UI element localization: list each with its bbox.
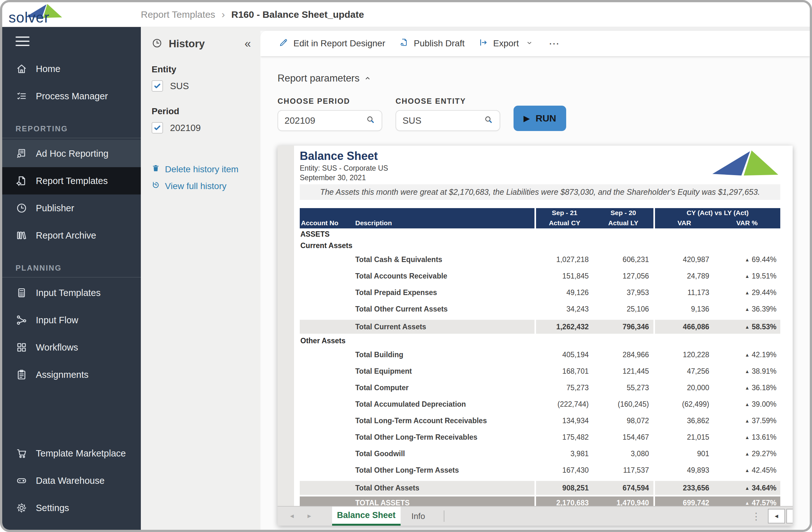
- doc-gear-icon: [16, 175, 28, 187]
- sidebar-section-planning: PLANNING: [2, 249, 141, 277]
- period-history-item: 202109: [151, 122, 260, 133]
- row-description: Total Other Current Assets: [355, 305, 535, 313]
- more-options-button[interactable]: ⋯: [549, 37, 560, 50]
- run-button[interactable]: ▶ RUN: [513, 106, 566, 131]
- sidebar-item-home[interactable]: Home: [2, 55, 141, 83]
- sidebar-item-input-flow[interactable]: Input Flow: [2, 306, 141, 334]
- entity-value: SUS: [170, 81, 189, 91]
- cell-actual-ly: 606,231: [593, 255, 653, 264]
- cell-var-pct: ▲29.27%: [714, 449, 780, 458]
- breadcrumb-parent[interactable]: Report Templates: [141, 9, 215, 20]
- sidebar-item-workflows[interactable]: Workflows: [2, 334, 141, 361]
- row-description: Total Prepaid Expenses: [355, 288, 535, 297]
- row-description: Total Other Long-Term Receivables: [355, 433, 535, 442]
- row-description: TOTAL ASSETS: [355, 499, 535, 506]
- up-arrow-icon: ▲: [745, 353, 750, 357]
- up-arrow-icon: ▲: [745, 274, 750, 278]
- view-full-history-link[interactable]: View full history: [151, 181, 260, 191]
- table-row-total-other-current-assets: +Total Other Current Assets34,24325,1069…: [300, 301, 780, 317]
- history-panel: History « Entity SUS Period 202109 Delet…: [141, 27, 260, 530]
- sidebar-item-input-templates[interactable]: Input Templates: [2, 279, 141, 306]
- gear-icon: [16, 502, 28, 514]
- report-summary-text: The Assets this month were great at $2,1…: [300, 184, 780, 200]
- publish-document-icon: [399, 38, 408, 49]
- col-var-pct: VAR %: [714, 219, 780, 227]
- sheet-prev-icon[interactable]: ◄: [289, 513, 295, 520]
- section-label: Other Assets: [300, 336, 345, 345]
- cell-actual-ly: 1,470,940: [593, 499, 653, 506]
- total-row-total-assets: TOTAL ASSETS2,170,6831,470,940699,742▲47…: [300, 497, 780, 506]
- history-restore-icon: [151, 181, 160, 191]
- cell-var-pct: ▲29.44%: [714, 288, 780, 297]
- publish-draft-button[interactable]: Publish Draft: [399, 38, 464, 49]
- play-icon: ▶: [524, 114, 530, 124]
- sidebar-item-publisher[interactable]: Publisher: [2, 195, 141, 222]
- table-row-total-accumulated-depreciation: +Total Accumulated Depreciation(222,744)…: [300, 396, 780, 413]
- page-title: R160 - Balance Sheet_update: [231, 9, 364, 20]
- delete-history-link[interactable]: Delete history item: [151, 164, 260, 174]
- cell-actual-ly: 25,106: [593, 305, 653, 313]
- sidebar-item-data-warehouse[interactable]: Data Warehouse: [2, 467, 141, 494]
- sheet-scroll-left-button[interactable]: ◄: [768, 509, 785, 523]
- sheet-next-icon[interactable]: ►: [306, 513, 313, 520]
- report-logo-icon: [712, 149, 779, 178]
- subtotal-row-total-current-assets: Total Current Assets1,262,432796,346466,…: [300, 320, 780, 334]
- sheet-options-dots-icon[interactable]: ⋮: [751, 511, 761, 522]
- chevron-up-icon: [364, 73, 371, 84]
- cell-var-pct: ▲34.64%: [714, 484, 780, 492]
- sidebar-item-settings[interactable]: Settings: [2, 494, 141, 521]
- period-value: 202109: [170, 123, 201, 133]
- period-checkbox[interactable]: [151, 122, 163, 133]
- col-actual-cy: Actual CY: [536, 219, 593, 227]
- cell-var-pct: ▲39.00%: [714, 400, 780, 408]
- cell-actual-ly: 796,346: [593, 322, 653, 331]
- period-input[interactable]: 202109: [277, 110, 382, 131]
- sidebar-item-report-templates[interactable]: Report Templates: [2, 167, 141, 195]
- table-body: ASSETSCurrent Assets+Total Cash & Equiva…: [300, 228, 780, 506]
- cell-var: 901: [655, 449, 714, 458]
- report-parameters-toggle[interactable]: Report parameters: [277, 73, 810, 84]
- col-var: VAR: [655, 219, 714, 227]
- cell-actual-ly: 37,953: [593, 288, 653, 297]
- cell-actual-cy: 908,251: [536, 484, 593, 492]
- entity-checkbox[interactable]: [151, 80, 163, 92]
- sheet-scroll-right-button[interactable]: [786, 509, 793, 523]
- cell-actual-cy: 3,981: [536, 449, 593, 458]
- sidebar-item-assignments[interactable]: Assignments: [2, 361, 141, 388]
- sidebar-item-report-archive[interactable]: Report Archive: [2, 222, 141, 249]
- sidebar-item-ad-hoc-reporting[interactable]: Ad Hoc Reporting: [2, 140, 141, 167]
- cell-actual-cy: 175,482: [536, 433, 593, 442]
- up-arrow-icon: ▲: [745, 369, 750, 374]
- cell-actual-cy: 1,262,432: [536, 322, 593, 331]
- collapse-panel-icon[interactable]: «: [245, 39, 251, 48]
- edit-in-report-designer-button[interactable]: Edit in Report Designer: [279, 38, 385, 49]
- export-button[interactable]: Export: [479, 38, 533, 49]
- entity-input[interactable]: SUS: [395, 110, 500, 131]
- cart-icon: [16, 447, 28, 459]
- choose-entity-label: CHOOSE ENTITY: [395, 97, 500, 106]
- breadcrumb: Report Templates › R160 - Balance Sheet_…: [141, 9, 364, 20]
- sidebar-item-process-manager[interactable]: Process Manager: [2, 83, 141, 110]
- tab-info[interactable]: Info: [401, 507, 436, 526]
- hamburger-menu-icon[interactable]: [2, 27, 141, 55]
- tab-balance-sheet[interactable]: Balance Sheet: [332, 507, 401, 526]
- row-description: Total Other Long-Term Assets: [355, 466, 535, 475]
- cell-actual-cy: 1,027,218: [536, 255, 593, 264]
- cell-var-pct: ▲42.19%: [714, 350, 780, 359]
- up-arrow-icon: ▲: [745, 290, 750, 295]
- calculator-icon: [16, 287, 28, 299]
- up-arrow-icon: ▲: [745, 386, 750, 390]
- cell-actual-cy: 49,126: [536, 288, 593, 297]
- cell-var-pct: ▲19.51%: [714, 272, 780, 281]
- report-date-line: September 30, 2021: [300, 174, 780, 182]
- row-description: Total Cash & Equivalents: [355, 255, 535, 264]
- table-row-total-other-long-term-assets: +Total Other Long-Term Assets167,430117,…: [300, 462, 780, 478]
- entity-label: Entity: [151, 64, 260, 74]
- cell-var: 24,789: [655, 272, 714, 281]
- cell-actual-cy: 75,273: [536, 384, 593, 392]
- cell-actual-cy: 167,430: [536, 466, 593, 475]
- col-account-no: Account No: [300, 219, 355, 227]
- card-icon: [16, 475, 28, 487]
- doc-search-icon: [16, 147, 28, 160]
- sidebar-item-template-marketplace[interactable]: Template Marketplace: [2, 440, 141, 467]
